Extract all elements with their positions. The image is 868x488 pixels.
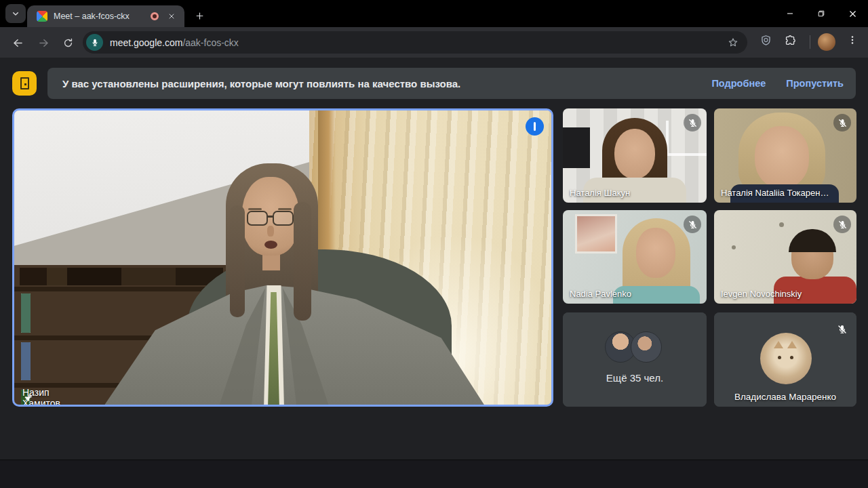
person-hair-strand xyxy=(230,205,245,317)
extensions-warning-banner: У вас установлены расширения, которые мо… xyxy=(47,68,856,99)
tab-mic-in-use-icon[interactable] xyxy=(86,34,103,51)
participant-name: Ievgen Novochinskiy xyxy=(721,289,802,299)
participant-hair xyxy=(789,229,836,252)
mic-muted-icon xyxy=(833,114,851,131)
mic-muted-icon xyxy=(684,114,701,131)
url-text: meet.google.com/aak-fcos-ckx xyxy=(110,37,727,48)
speaking-indicator-icon xyxy=(526,117,544,136)
browser-menu-button[interactable] xyxy=(846,34,859,46)
participant-name: Наталія Шакун xyxy=(570,188,630,198)
tab-close-button[interactable] xyxy=(165,10,178,22)
banner-message: У вас установлены расширения, которые мо… xyxy=(62,78,691,89)
profile-avatar[interactable] xyxy=(818,33,835,51)
cat-avatar xyxy=(760,333,812,384)
participant-tile[interactable]: Владислава Мараренко xyxy=(714,312,856,407)
address-bar[interactable]: meet.google.com/aak-fcos-ckx xyxy=(83,31,747,54)
forward-button[interactable] xyxy=(35,35,52,51)
participant-face xyxy=(614,129,655,179)
shelf-top-items xyxy=(20,268,223,285)
browser-titlebar: Meet – aak-fcos-ckx xyxy=(0,0,868,27)
person-hair-strand xyxy=(294,202,311,321)
eyebrow xyxy=(278,208,292,210)
glasses-bridge xyxy=(267,216,273,218)
mic-muted-icon xyxy=(833,321,851,338)
mouth xyxy=(264,241,277,249)
banner-details-link[interactable]: Подробнее xyxy=(711,78,766,89)
windows-taskbar: S 99 USD/EUR +0.26% УКР 15:12 21.11.2024 xyxy=(0,460,868,488)
url-host: meet.google.com xyxy=(110,37,182,48)
participant-name: Nadia Pavlenko xyxy=(570,289,631,299)
tv xyxy=(563,127,590,168)
wall-detail xyxy=(779,222,784,227)
participant-tile[interactable]: Наталія Nataliia Токарен… xyxy=(714,108,856,203)
close-button[interactable] xyxy=(837,0,868,27)
banner-skip-link[interactable]: Пропустить xyxy=(786,78,844,89)
participant-avatar xyxy=(631,331,662,363)
participant-face xyxy=(755,126,809,188)
screen: Meet – aak-fcos-ckx meet.google.com/aak-… xyxy=(0,0,868,488)
toolbar-divider xyxy=(810,35,810,49)
participant-tile[interactable]: Ievgen Novochinskiy xyxy=(714,210,856,304)
bookmark-star-icon[interactable] xyxy=(727,37,739,49)
participant-tile[interactable]: Наталія Шакун xyxy=(563,108,707,203)
participant-tile[interactable]: Nadia Pavlenko xyxy=(563,210,707,304)
glasses xyxy=(273,211,294,226)
reload-button[interactable] xyxy=(60,35,76,51)
nose xyxy=(267,226,274,237)
browser-tab[interactable]: Meet – aak-fcos-ckx xyxy=(27,5,184,27)
minimize-button[interactable] xyxy=(774,0,806,27)
window-controls xyxy=(774,0,868,27)
extensions-puzzle-button[interactable] xyxy=(784,34,797,47)
mic-muted-icon xyxy=(833,216,851,233)
tab-title: Meet – aak-fcos-ckx xyxy=(54,12,151,21)
participant-name: Владислава Мараренко xyxy=(714,392,856,402)
mic-muted-icon xyxy=(684,216,701,233)
recording-indicator-icon xyxy=(151,12,159,20)
meet-favicon-icon xyxy=(37,11,47,22)
pinned-video-tile[interactable]: Назип Хамитов xyxy=(12,108,553,407)
tab-search-button[interactable] xyxy=(5,4,26,23)
new-tab-button[interactable] xyxy=(190,6,209,25)
extension-door-icon[interactable] xyxy=(12,71,37,96)
tile-background: Ещё 35 чел. xyxy=(563,312,707,407)
picture-frame xyxy=(575,214,617,253)
more-participants-label: Ещё 35 чел. xyxy=(563,372,707,384)
back-button[interactable] xyxy=(9,35,26,51)
wall-detail xyxy=(732,245,736,249)
url-path: /aak-fcos-ckx xyxy=(182,37,238,48)
pinned-name: Назип Хамитов xyxy=(22,387,60,407)
meet-control-bar: 15:12 aak-fcos-ckx 41 xyxy=(0,407,868,460)
extension-shield-button[interactable] xyxy=(760,34,772,47)
eyebrow xyxy=(248,208,262,210)
restore-button[interactable] xyxy=(806,0,837,27)
participant-face xyxy=(636,228,675,278)
more-participants-tile[interactable]: Ещё 35 чел. xyxy=(563,312,707,407)
glasses xyxy=(247,211,268,226)
participant-name: Наталія Nataliia Токарен… xyxy=(721,188,829,198)
